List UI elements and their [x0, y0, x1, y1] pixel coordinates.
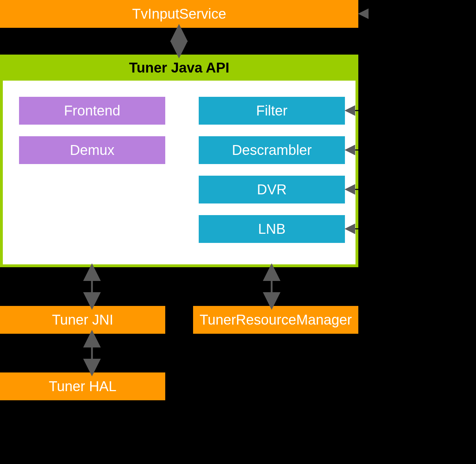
filter-label: Filter	[256, 103, 288, 119]
tuner-java-api-title: Tuner Java API	[0, 55, 358, 81]
demux-label: Demux	[70, 142, 115, 158]
tuner-resource-manager-label: TunerResourceManager	[199, 312, 352, 328]
lnb-box: LNB	[199, 215, 345, 243]
filter-box: Filter	[199, 97, 345, 125]
dvr-label: DVR	[257, 182, 286, 197]
api-inner-white: Frontend Demux Filter Descrambler DVR LN…	[3, 81, 356, 264]
frontend-box: Frontend	[19, 97, 165, 125]
frontend-label: Frontend	[64, 103, 120, 119]
descrambler-box: Descrambler	[199, 136, 345, 164]
demux-box: Demux	[19, 136, 165, 164]
descrambler-label: Descrambler	[232, 142, 312, 158]
lnb-label: LNB	[258, 221, 286, 237]
tuner-hal-label: Tuner HAL	[49, 378, 117, 394]
tv-input-service-label: TvInputService	[132, 6, 226, 22]
tuner-java-api-title-label: Tuner Java API	[129, 60, 229, 76]
tuner-java-api-container: Tuner Java API Frontend Demux Filter Des…	[0, 55, 358, 267]
tv-input-service-box: TvInputService	[0, 0, 358, 28]
tuner-jni-label: Tuner JNI	[52, 312, 113, 328]
tuner-hal-box: Tuner HAL	[0, 372, 165, 400]
tuner-resource-manager-box: TunerResourceManager	[193, 306, 358, 334]
dvr-box: DVR	[199, 176, 345, 203]
tuner-jni-box: Tuner JNI	[0, 306, 165, 334]
